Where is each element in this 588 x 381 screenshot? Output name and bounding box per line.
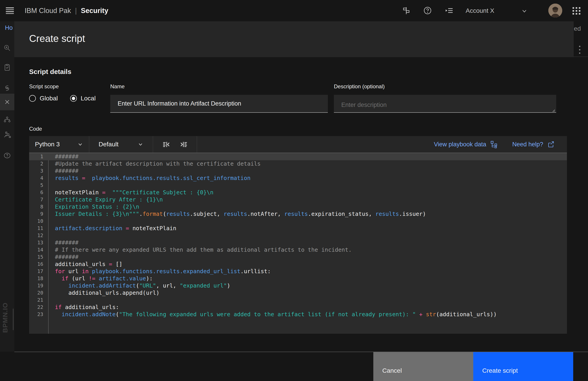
name-input[interactable] xyxy=(110,95,328,113)
indent-icon[interactable] xyxy=(180,140,189,149)
hamburger-menu-icon[interactable] xyxy=(6,7,14,14)
code-text: incident.addArtifact("URL", url, "expand… xyxy=(55,282,230,289)
app-switcher-icon[interactable] xyxy=(572,6,581,15)
clipboard-check-icon[interactable] xyxy=(4,64,11,71)
line-number: 18 xyxy=(29,275,43,282)
scope-label: Script scope xyxy=(29,83,59,90)
code-line-11[interactable]: 11artifact.description = noteTextPlain xyxy=(29,225,567,232)
radio-global[interactable]: Global xyxy=(29,95,58,102)
scope-radio-group: Global Local xyxy=(29,95,96,102)
tree-view-icon xyxy=(490,141,498,148)
line-number: 23 xyxy=(29,311,43,318)
app-root: IBM Cloud Pak | Security Account X xyxy=(0,0,588,381)
scrollbar-thumb[interactable] xyxy=(13,309,14,330)
line-number: 1 xyxy=(29,153,43,160)
radio-global-circle[interactable] xyxy=(29,95,36,102)
radio-global-label: Global xyxy=(40,95,58,102)
code-text: results = playbook.functions.results.ssl… xyxy=(55,175,251,182)
code-line-1[interactable]: 1####### xyxy=(29,153,567,160)
modal-header: Create script xyxy=(14,21,574,57)
code-lines: 1#######2#Update the artifact descriptio… xyxy=(29,153,567,318)
code-line-18[interactable]: 18 if (url != artifact.value): xyxy=(29,275,567,282)
code-line-2[interactable]: 2#Update the artifact description with t… xyxy=(29,160,567,168)
code-line-9[interactable]: 9Issuer Details : {3}\n""".format(result… xyxy=(29,211,567,218)
language-dropdown[interactable]: Python 3 xyxy=(29,136,89,153)
radio-local-circle[interactable] xyxy=(70,95,77,102)
sidebar-item-selected[interactable] xyxy=(0,94,14,110)
description-textarea[interactable] xyxy=(334,95,556,113)
create-script-button[interactable]: Create script xyxy=(473,352,573,381)
template-dropdown[interactable]: Default xyxy=(89,136,153,153)
need-help-link[interactable]: Need help? xyxy=(512,141,554,148)
cancel-button[interactable]: Cancel xyxy=(373,352,473,381)
code-text: Issuer Details : {3}\n""".format(results… xyxy=(55,211,426,218)
code-text: ####### xyxy=(55,239,78,246)
code-text: if (url != artifact.value): xyxy=(55,275,153,282)
background-truncated-text: ed xyxy=(574,25,581,32)
code-line-7[interactable]: 7Certificate Expiry After : {1}\n xyxy=(29,196,567,203)
line-number: 11 xyxy=(29,225,43,232)
help-icon[interactable] xyxy=(423,6,432,15)
code-line-14[interactable]: 14# If there were any expanded URLS then… xyxy=(29,246,567,254)
code-text: additional_urls = [] xyxy=(55,261,122,268)
code-line-12[interactable]: 12 xyxy=(29,232,567,239)
code-line-19[interactable]: 19 incident.addArtifact("URL", url, "exp… xyxy=(29,282,567,289)
data-flow-icon[interactable] xyxy=(4,131,11,138)
code-line-3[interactable]: 3####### xyxy=(29,168,567,175)
hierarchy-icon[interactable] xyxy=(4,116,11,123)
code-line-13[interactable]: 13####### xyxy=(29,239,567,246)
code-line-22[interactable]: 22if additional_urls: xyxy=(29,304,567,311)
indent-controls xyxy=(153,136,197,153)
code-line-10[interactable]: 10 xyxy=(29,218,567,225)
overflow-menu-icon[interactable] xyxy=(579,46,581,56)
brand-separator: | xyxy=(75,7,77,15)
code-line-6[interactable]: 6noteTextPlain = """Certificate Subject … xyxy=(29,189,567,196)
avatar[interactable] xyxy=(548,4,562,18)
app-title: IBM Cloud Pak | Security xyxy=(25,0,108,21)
view-playbook-data-link[interactable]: View playbook data xyxy=(434,141,498,148)
product-name: Security xyxy=(81,7,108,15)
functions-icon[interactable] xyxy=(4,85,11,92)
modal-title: Create script xyxy=(29,33,85,44)
code-line-15[interactable]: 15####### xyxy=(29,254,567,261)
signpost-icon[interactable] xyxy=(402,6,411,15)
code-line-21[interactable]: 21 xyxy=(29,296,567,304)
top-header: IBM Cloud Pak | Security Account X xyxy=(0,0,588,21)
line-number: 13 xyxy=(29,239,43,246)
code-line-16[interactable]: 16additional_urls = [] xyxy=(29,261,567,268)
line-number: 9 xyxy=(29,211,43,218)
code-line-23[interactable]: 23 incident.addNote("The following expan… xyxy=(29,311,567,318)
bpmn-watermark: BPMN.IO xyxy=(1,308,9,333)
code-text: additional_urls.append(url) xyxy=(55,289,160,296)
sidebar-help-icon[interactable] xyxy=(4,152,11,159)
code-line-20[interactable]: 20 additional_urls.append(url) xyxy=(29,289,567,296)
code-text: #Update the artifact description with th… xyxy=(55,160,261,168)
line-number: 3 xyxy=(29,168,43,175)
code-text: if additional_urls: xyxy=(55,304,119,311)
code-text: for url in playbook.functions.results.ex… xyxy=(55,268,271,275)
line-number: 8 xyxy=(29,203,43,211)
task-list-icon[interactable] xyxy=(445,6,454,15)
code-text: # If there were any expanded URLS then a… xyxy=(55,246,352,254)
sidebar-item-home[interactable]: Ho xyxy=(5,24,14,31)
code-label: Code xyxy=(29,126,42,132)
toolbar-links: View playbook data Need help? xyxy=(434,136,554,153)
code-line-4[interactable]: 4results = playbook.functions.results.ss… xyxy=(29,175,567,182)
close-icon[interactable] xyxy=(4,98,11,106)
code-editor[interactable]: 1#######2#Update the artifact descriptio… xyxy=(29,153,567,334)
code-text: artifact.description = noteTextPlain xyxy=(55,225,176,232)
code-line-5[interactable]: 5 xyxy=(29,182,567,189)
code-text: noteTextPlain = """Certificate Subject :… xyxy=(55,189,213,196)
view-playbook-data-label: View playbook data xyxy=(434,141,486,148)
search-icon[interactable] xyxy=(4,44,11,52)
account-selector[interactable]: Account X xyxy=(466,0,494,21)
language-chevron-icon xyxy=(77,141,83,147)
radio-local[interactable]: Local xyxy=(70,95,96,102)
line-number: 5 xyxy=(29,182,43,189)
code-text: ####### xyxy=(55,153,78,160)
outdent-icon[interactable] xyxy=(162,140,170,149)
line-number: 4 xyxy=(29,175,43,182)
chevron-down-icon[interactable] xyxy=(521,8,530,17)
code-line-17[interactable]: 17for url in playbook.functions.results.… xyxy=(29,268,567,275)
code-line-8[interactable]: 8Expiration Status : {2}\n xyxy=(29,203,567,211)
